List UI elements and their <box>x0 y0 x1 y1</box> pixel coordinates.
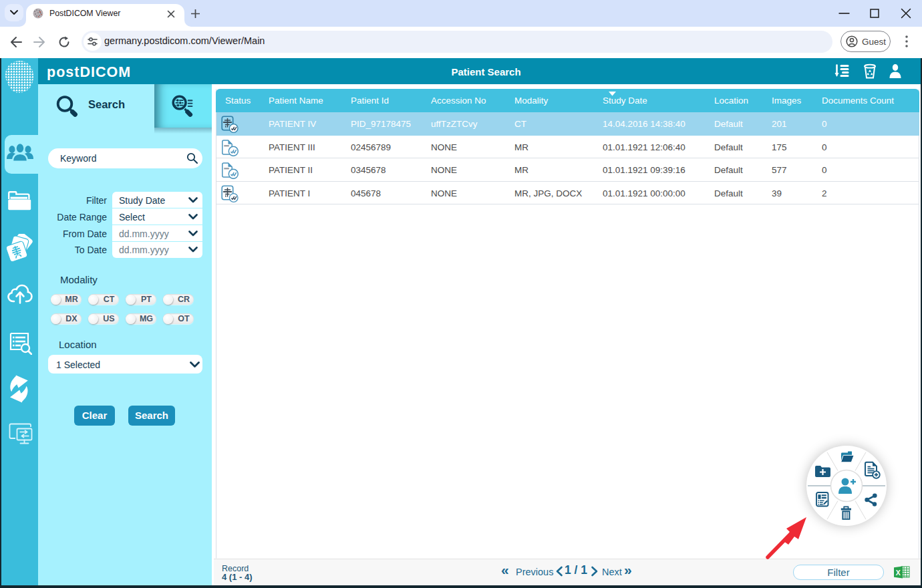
svg-text:X: X <box>896 569 901 577</box>
